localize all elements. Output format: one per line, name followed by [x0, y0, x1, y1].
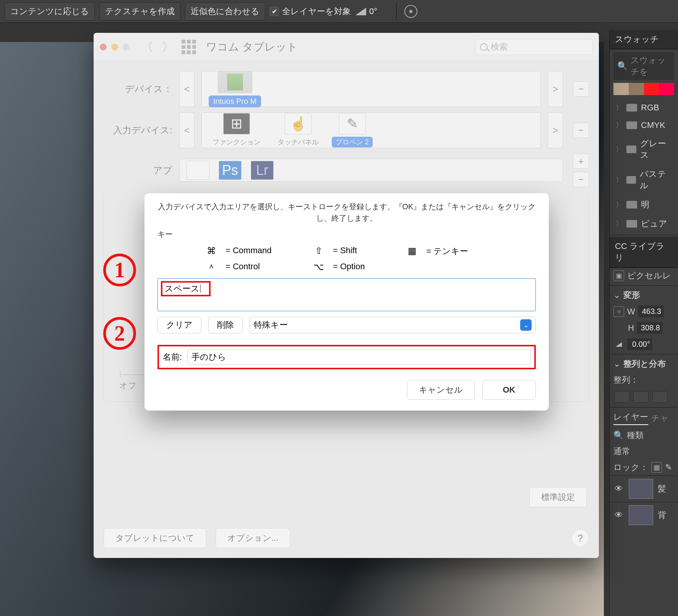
name-input[interactable] [187, 349, 530, 365]
h-input[interactable] [637, 322, 662, 334]
add-app-button[interactable]: ＋ [573, 154, 589, 169]
align-center-icon[interactable] [633, 391, 649, 403]
blend-mode[interactable]: 通常 [610, 443, 678, 459]
folder-icon [626, 121, 637, 129]
device-name[interactable]: Intuos Pro M [209, 95, 261, 107]
link-icon[interactable]: ⟐ [613, 306, 624, 317]
lock-pixels-icon[interactable]: ▦ [651, 462, 662, 473]
function-icon: ⊞ [223, 113, 250, 134]
tree-pastel[interactable]: 〉パステル [613, 165, 674, 195]
layer-row-2[interactable]: 👁 背 [610, 502, 678, 528]
device-list[interactable]: Intuos Pro M [201, 71, 541, 107]
nav-back-button[interactable]: 〈 [140, 40, 154, 54]
app-icon-lr: Lr [251, 161, 274, 180]
w-input[interactable] [638, 306, 663, 317]
tool-touch[interactable]: ☝ タッチパネル [274, 113, 323, 147]
about-tablet-button[interactable]: タブレットについて [104, 528, 206, 548]
align-left-icon[interactable] [614, 391, 629, 403]
cc-lib-tab[interactable]: CC ライブラリ [610, 237, 678, 268]
swatch-search-placeholder: スウォッチを [631, 55, 670, 78]
all-layers-label: 全レイヤーを対象 [282, 6, 351, 17]
default-settings-button[interactable]: 標準設定 [529, 487, 587, 507]
swatch-search[interactable]: 🔍 スウォッチを [613, 52, 674, 80]
match-color-button[interactable]: 近似色に合わせる [185, 2, 265, 21]
delete-button[interactable]: 削除 [208, 317, 243, 333]
layers-tab[interactable]: レイヤー [613, 411, 648, 425]
input-device-label: 入力デバイス: [104, 124, 172, 136]
remove-app-button[interactable]: − [573, 172, 589, 187]
check-icon: ✔ [270, 7, 279, 16]
help-button[interactable]: ? [571, 529, 589, 547]
clear-button[interactable]: クリア [157, 317, 201, 333]
angle-input[interactable] [369, 6, 388, 16]
app-icon-ps: Ps [219, 161, 242, 180]
tool-list[interactable]: ⊞ ファンクション ☝ タッチパネル ✎ プロペン 2 [201, 112, 541, 148]
tree-light[interactable]: 〉明 [613, 195, 674, 214]
angle-icon [616, 342, 622, 347]
zoom-window-icon[interactable] [123, 44, 130, 50]
special-key-select[interactable]: 特殊キー ⌄ [250, 317, 536, 333]
tree-pure[interactable]: 〉ピュア [613, 214, 674, 233]
all-panes-icon[interactable] [182, 40, 196, 54]
layers-tabs: レイヤー チャ [610, 409, 678, 427]
device-scroll-right[interactable]: > [548, 71, 563, 107]
align-header[interactable]: ⌄ 整列と分布 [610, 356, 678, 372]
tree-gray[interactable]: 〉グレース [613, 134, 674, 165]
remove-tool-button[interactable]: − [573, 123, 589, 138]
pixel-layer-row[interactable]: ▣ ピクセルレ [610, 268, 678, 284]
tool-scroll-left[interactable]: < [179, 112, 195, 148]
keystroke-dialog: 入力デバイスで入力エリアを選択し、キーストロークを登録します。『OK』または『キ… [144, 193, 549, 411]
chevron-right-icon: 〉 [616, 219, 623, 228]
slider-off-label: オフ [119, 380, 137, 391]
chevron-right-icon: 〉 [616, 145, 623, 154]
brush-icon[interactable]: ✎ [665, 462, 672, 472]
nav-forward-button[interactable]: 〉 [161, 40, 175, 54]
folder-icon [626, 220, 637, 228]
tree-rgb[interactable]: 〉RGB [613, 99, 674, 116]
channels-tab[interactable]: チャ [651, 412, 669, 424]
annotation-2: 2 [103, 317, 136, 350]
swatch-row[interactable] [613, 83, 674, 99]
chevron-updown-icon: ⌄ [520, 319, 532, 331]
visibility-icon[interactable]: 👁 [613, 510, 624, 521]
layer-row-1[interactable]: 👁 髪 [610, 475, 678, 502]
all-layers-checkbox[interactable]: ✔ 全レイヤーを対象 [270, 6, 351, 17]
search-icon: 🔍 [617, 61, 628, 71]
content-fill-button[interactable]: コンテンツに応じる [5, 2, 95, 21]
name-label: 名前: [163, 351, 182, 363]
options-bar: コンテンツに応じる テクスチャを作成 近似色に合わせる ✔ 全レイヤーを対象 [0, 0, 678, 23]
search-icon [480, 43, 488, 51]
create-texture-button[interactable]: テクスチャを作成 [99, 2, 180, 21]
tool-propen[interactable]: ✎ プロペン 2 [332, 113, 373, 147]
remove-device-button[interactable]: − [573, 81, 589, 97]
close-window-icon[interactable] [100, 44, 107, 50]
align-right-icon[interactable] [652, 391, 668, 403]
chevron-right-icon: 〉 [616, 103, 623, 112]
tool-scroll-right[interactable]: > [548, 112, 563, 148]
ok-button[interactable]: OK [482, 380, 536, 400]
pref-search[interactable]: 検索 [475, 39, 593, 55]
layer-thumb [629, 479, 653, 499]
options-button[interactable]: オプション... [216, 528, 290, 548]
layer-kind-filter[interactable]: 🔍 種類 [610, 427, 678, 443]
tree-cmyk[interactable]: 〉CMYK [613, 116, 674, 134]
control-icon: ＾ [203, 262, 219, 274]
chevron-right-icon: 〉 [616, 175, 623, 184]
device-scroll-left[interactable]: < [179, 71, 195, 107]
folder-icon [626, 176, 636, 184]
chevron-down-icon: ⌄ [613, 290, 620, 300]
visibility-icon[interactable]: 👁 [613, 483, 624, 494]
rotate-input[interactable] [627, 338, 652, 350]
window-controls [100, 44, 130, 50]
minimize-window-icon[interactable] [111, 44, 118, 50]
swatches-tab[interactable]: スウォッチ [610, 30, 678, 49]
keystroke-input[interactable]: スペース [157, 278, 536, 311]
search-icon: 🔍 [613, 430, 624, 440]
angle-icon [355, 8, 366, 15]
app-row: アプ Ps Lr ＋− [104, 154, 589, 187]
tool-function[interactable]: ⊞ ファンクション [209, 113, 264, 147]
cancel-button[interactable]: キャンセル [407, 380, 475, 400]
app-list[interactable]: Ps Lr [179, 159, 563, 182]
target-icon[interactable] [404, 5, 417, 18]
transform-header[interactable]: ⌄ 変形 [610, 287, 678, 303]
